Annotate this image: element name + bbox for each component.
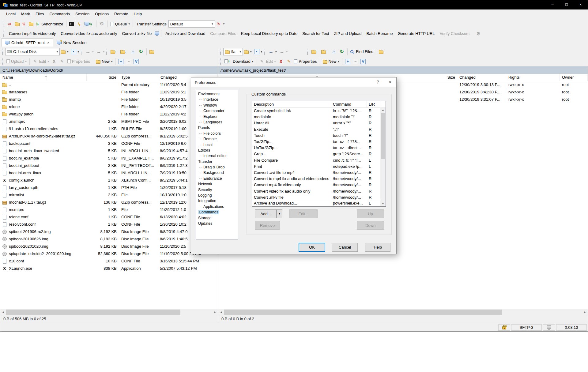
back-button[interactable]: ←▾ [267,48,278,56]
parent-directory-button[interactable]: ↑ [109,48,119,56]
commands-vertical-scrollbar[interactable]: ▲ ▼ [380,108,386,206]
column-header-changed[interactable]: Changed [457,74,506,81]
transfer-preset-button[interactable]: ↻▾ [215,20,226,28]
remote-path-bar[interactable]: /home/www/flask_projects/flask_test/ [218,66,588,74]
chevron-down-icon[interactable]: ▾ [78,50,79,53]
file-row[interactable]: boot.ini_example 5 KB INI_EXAMPLE F... 8… [0,155,218,162]
column-header-lr[interactable]: L/R [367,101,380,107]
tree-item-background[interactable]: Background [196,170,238,175]
scroll-left-icon[interactable]: ◄ [0,309,6,315]
remote-sync-button[interactable]: ⇆ [83,20,95,28]
minimize-button[interactable]: – [545,0,560,9]
home-directory-button[interactable]: ⌂ [129,48,137,56]
select-files-button[interactable]: + [344,58,352,66]
menu-item-options[interactable]: Options [92,9,111,19]
tree-item-integration[interactable]: Integration [196,198,238,204]
menu-item-help[interactable]: Help [131,9,145,19]
column-header-command[interactable]: Command [331,101,367,107]
tab-odroid-sftp-root[interactable]: Odroid_SFTP_root × [2,38,53,47]
file-row[interactable]: rclone File folder 4/29/2020 2:17 [0,103,218,111]
column-header-size[interactable]: Size [87,74,119,81]
command-row[interactable]: Convert to mp4 fix audio and video codec… [252,176,380,182]
tree-item-drag-drop[interactable]: Drag & Drop [196,164,238,170]
close-tab-icon[interactable]: × [47,40,50,45]
file-row[interactable]: mochad-0.1.17.tar.gz 136 KB GZip compres… [0,199,218,206]
menu-item-mark[interactable]: Mark [18,9,33,19]
customize-commands-button[interactable]: ⚙ [474,30,482,38]
upload-button[interactable]: Upload▾ [5,58,28,66]
close-button[interactable]: × [574,0,588,9]
tree-item-commands[interactable]: Commands [196,209,238,215]
tree-item-internal-editor[interactable]: Internal editor [196,153,238,159]
column-header-size[interactable]: Size [445,74,457,81]
parent-directory-button[interactable]: ↑ [310,48,320,56]
back-button[interactable]: ←▾ [84,48,95,56]
file-row[interactable]: config.xlaunch 1 KB XLaunch Confi... 8/5… [0,177,218,184]
dialog-close-button[interactable]: × [384,77,396,87]
delete-button[interactable]: X [277,58,285,66]
unselect-files-button[interactable]: − [352,58,359,66]
scrollbar-thumb[interactable] [6,310,180,315]
column-header-owner[interactable]: Owner [560,74,588,81]
tree-item-file-colors[interactable]: File colors [196,131,238,136]
file-row[interactable]: databases File folder 11/29/2019 5:1 [0,88,218,96]
scrollbar-thumb[interactable] [224,310,502,315]
menu-item-local[interactable]: Local [3,9,18,19]
file-row[interactable]: boot.ini_petitboot 2 KB INI_PETITBOOT...… [0,162,218,169]
command-row[interactable]: Convert mp4 fix video only /home/woody/.… [252,182,380,188]
synchronize-button[interactable]: ⇅Synchronize [28,20,65,28]
new-button[interactable]: New▾ [95,58,114,66]
tree-item-storage[interactable]: Storage [196,215,238,221]
command-row-archive-and-download[interactable]: Archive and Download... powershell.exe..… [252,200,380,206]
file-row[interactable]: XLaunch.exe 838 KB Application 5/3/2007 … [0,265,218,272]
tree-item-network[interactable]: Network [196,181,238,187]
custom-command-button[interactable]: ZIP and Upload [331,29,364,38]
tree-view-button[interactable] [148,48,155,56]
local-drive-select[interactable]: C: Local Disk▾ [5,48,60,55]
custom-command-button[interactable]: Keep Local Directory up to Date [239,29,300,38]
chevron-down-icon[interactable]: ▾ [67,50,69,53]
unselect-files-button[interactable]: − [125,58,132,66]
file-row[interactable]: larry_custom.pth 1 KB PTH File 1/29/2017… [0,184,218,191]
file-row[interactable]: boot.ini-arch_linux 5 KB INI-ARCH_LIN...… [0,169,218,177]
refresh-button[interactable]: ↻ [137,48,145,56]
run-command-button[interactable]: ϟ [75,20,83,28]
tree-item-remote[interactable]: Remote [196,136,238,142]
remote-directory-select[interactable]: fla▾ [223,48,243,55]
command-row[interactable]: UnTar/GZip... tar -xz --direct... R [252,145,380,151]
root-directory-button[interactable]: / [320,48,330,56]
command-row[interactable]: Convert .mkv file /home/woody/... R [252,194,380,200]
tab-new-session[interactable]: New Session [54,38,90,47]
dialog-help-button[interactable]: ? [372,77,384,87]
file-row[interactable]: 91-usb-x10-controllers.rules 1 KB RULES … [0,125,218,133]
filter-button[interactable]: ▼▾ [253,48,264,56]
help-button[interactable]: Help [365,243,390,252]
tree-item-security[interactable]: Security [196,187,238,193]
download-button[interactable]: ⇩Download▾ [223,58,254,66]
sync-panels-button[interactable]: ⇄ [6,20,14,28]
file-row[interactable]: msmtp File folder 10/13/2019 3:5 [0,96,218,103]
file-row[interactable]: ↑.. Parent directory 11/10/2020 5:4 [0,81,218,88]
column-header-type[interactable]: Type [119,74,158,81]
select-all-button[interactable]: ∀ [359,58,367,66]
file-row[interactable]: backup.conf 3 KB CONF File 12/19/2019 6:… [0,140,218,147]
custom-command-button[interactable]: Batch Rename [364,29,395,38]
command-row[interactable]: mediainfo mediainfo "!" R [252,114,380,120]
add-dropdown-button[interactable]: ▾ [277,209,282,218]
tree-item-local[interactable]: Local [196,142,238,148]
tree-item-window[interactable]: Window [196,103,238,108]
file-row[interactable]: mirrorlist 2 KB File 10/13/2019 1:0 [0,191,218,199]
edit-button[interactable]: Edit... [289,209,318,218]
properties-button[interactable]: Properties [66,58,91,66]
root-directory-button[interactable]: \ [119,48,129,56]
transfer-settings-select[interactable]: Default▾ [168,20,215,28]
edit-button[interactable]: ✎Edit▾ [31,58,50,66]
custom-command-button[interactable]: Search for Text [300,29,331,38]
tree-item-editors[interactable]: Editors [196,148,238,153]
local-horizontal-scrollbar[interactable]: ◄ ► [0,309,218,315]
forward-button[interactable]: →▾ [95,48,106,56]
tree-item-commander[interactable]: Commander [196,108,238,114]
rename-button[interactable]: ✎ [58,58,66,66]
scroll-right-icon[interactable]: ► [213,309,218,315]
file-row[interactable]: msmtprc 1 KB File 11/29/2012 1:0 [0,206,218,213]
